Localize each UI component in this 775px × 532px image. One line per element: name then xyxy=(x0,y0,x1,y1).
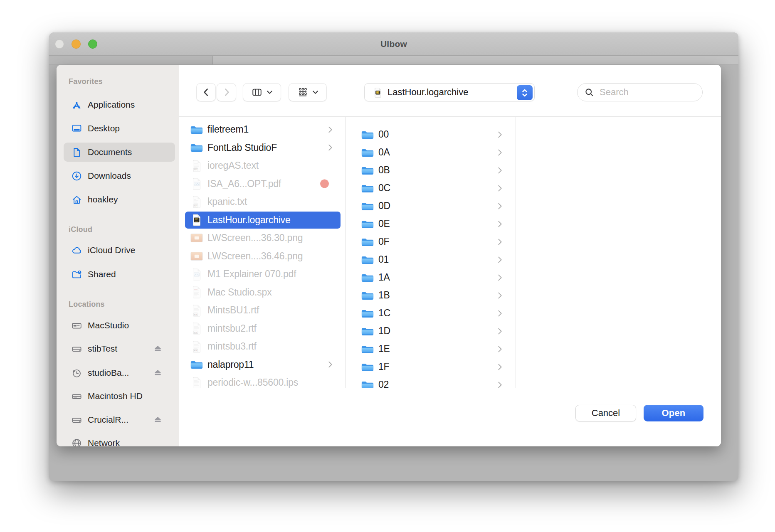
sidebar-section-icloud: iCloud xyxy=(69,225,92,237)
folder-icon xyxy=(360,362,375,372)
column-view-icon xyxy=(251,87,263,98)
file-row: Mac Studio.spx xyxy=(179,283,345,302)
rtf-file-icon: RTF xyxy=(189,322,204,335)
sidebar-item-icloud-drive[interactable]: iCloud Drive xyxy=(64,241,175,260)
shared-folder-icon xyxy=(69,269,84,280)
file-row[interactable]: nalaprop11 xyxy=(179,356,345,374)
chevron-right-icon xyxy=(498,149,502,156)
svg-text:RTF: RTF xyxy=(194,350,197,352)
folder-row[interactable]: 0F xyxy=(346,233,516,251)
app-store-icon xyxy=(69,99,84,111)
dialog-main: LastHour.logarchive filetreem1 xyxy=(179,65,721,446)
folder-row[interactable]: 1A xyxy=(346,268,516,286)
search-input[interactable] xyxy=(599,86,690,98)
file-row[interactable]: filetreem1 xyxy=(179,121,345,139)
file-row: LWScreen....36.46.png xyxy=(179,247,345,266)
sidebar-item-label: iCloud Drive xyxy=(88,245,135,255)
popup-stepper[interactable] xyxy=(517,85,533,100)
folder-icon xyxy=(360,272,375,283)
folder-row[interactable]: 1C xyxy=(346,304,516,322)
cancel-button[interactable]: Cancel xyxy=(575,405,636,421)
titlebar[interactable]: Ulbow xyxy=(49,32,738,56)
chevron-right-icon xyxy=(498,345,502,352)
folder-row[interactable]: 0E xyxy=(346,215,516,233)
folder-name: 01 xyxy=(378,254,389,265)
document-file-icon xyxy=(189,286,204,298)
folder-row[interactable]: 01 xyxy=(346,251,516,268)
folder-name: 1C xyxy=(378,308,390,319)
open-dialog-sheet: Favorites Applications Desktop Documents xyxy=(57,65,721,446)
folder-name: 1A xyxy=(378,272,390,283)
desktop-icon xyxy=(69,123,84,134)
file-row-selected[interactable]: LastHour.logarchive xyxy=(179,211,345,229)
svg-text:TXT: TXT xyxy=(194,169,197,171)
file-row: RTF MintsBU1.rtf xyxy=(179,301,345,320)
external-drive-icon xyxy=(69,414,84,426)
file-name: nalaprop11 xyxy=(207,359,254,370)
folder-name: 00 xyxy=(378,129,389,140)
folder-row[interactable]: 00 xyxy=(346,126,516,143)
sidebar-item-hoakley[interactable]: hoakley xyxy=(64,190,175,209)
chevron-right-icon xyxy=(498,292,502,299)
sidebar-item-desktop[interactable]: Desktop xyxy=(64,119,175,138)
file-name: LWScreen....36.46.png xyxy=(207,251,303,262)
folder-row[interactable]: 02 xyxy=(346,376,516,388)
group-view-icon xyxy=(297,87,309,98)
folder-icon xyxy=(360,147,375,158)
browser-column-2: 00 0A 0B 0C xyxy=(346,117,516,388)
sidebar-item-label: MacStudio xyxy=(88,320,129,330)
folder-row[interactable]: 0C xyxy=(346,179,516,197)
folder-row[interactable]: 1F xyxy=(346,358,516,376)
sidebar-item-label: Applications xyxy=(88,100,135,110)
sidebar-item-label: studioBa... xyxy=(88,368,129,378)
search-field[interactable] xyxy=(577,83,703,101)
sidebar-item-label: stibTest xyxy=(88,344,117,354)
folder-row[interactable]: 0B xyxy=(346,161,516,179)
eject-icon[interactable] xyxy=(153,415,163,425)
sidebar-item-network[interactable]: Network xyxy=(64,433,175,446)
folder-icon xyxy=(360,201,375,212)
folder-row[interactable]: 0D xyxy=(346,197,516,215)
folder-name: 1F xyxy=(378,361,389,372)
sidebar-item-applications[interactable]: Applications xyxy=(64,95,175,114)
sidebar-item-macintosh-hd[interactable]: Macintosh HD xyxy=(64,387,175,406)
sidebar-item-documents[interactable]: Documents xyxy=(64,143,175,162)
window-title: Ulbow xyxy=(49,32,738,56)
folder-row[interactable]: 1B xyxy=(346,286,516,304)
eject-icon[interactable] xyxy=(153,368,163,378)
file-name: periodic-w...85600.ips xyxy=(207,377,298,388)
back-button[interactable] xyxy=(196,83,216,101)
file-name: ISA_A6...OPT.pdf xyxy=(207,178,281,190)
column-view-button[interactable] xyxy=(243,83,281,101)
group-view-button[interactable] xyxy=(289,83,327,101)
chevron-right-icon xyxy=(498,363,502,370)
forward-button[interactable] xyxy=(217,83,236,101)
file-name: filetreem1 xyxy=(207,124,249,135)
folder-row[interactable]: 0A xyxy=(346,143,516,161)
folder-name: 1D xyxy=(378,325,390,337)
chevron-right-icon xyxy=(221,87,232,98)
sidebar-item-studioba[interactable]: studioBa... xyxy=(64,363,175,382)
logarchive-file-icon xyxy=(189,214,204,226)
file-name: mintsbu2.rtf xyxy=(207,323,257,334)
folder-icon xyxy=(360,129,375,140)
open-button[interactable]: Open xyxy=(644,405,703,421)
pdf-file-icon xyxy=(189,268,204,281)
eject-icon[interactable] xyxy=(153,344,163,354)
file-row[interactable]: FontLab StudioF xyxy=(179,139,345,157)
file-name: MintsBU1.rtf xyxy=(207,305,259,316)
sidebar-item-shared[interactable]: Shared xyxy=(64,265,175,284)
rtf-file-icon: RTF xyxy=(189,340,204,353)
folder-row[interactable]: 1E xyxy=(346,340,516,358)
folder-icon xyxy=(360,254,375,265)
sidebar-item-stibtest[interactable]: stibTest xyxy=(64,339,175,358)
sidebar-item-downloads[interactable]: Downloads xyxy=(64,166,175,185)
chevron-right-icon xyxy=(328,126,333,133)
folder-icon xyxy=(189,359,204,370)
sidebar-item-crucialr[interactable]: CrucialR... xyxy=(64,410,175,429)
folder-row[interactable]: 1D xyxy=(346,322,516,340)
sidebar-item-macstudio[interactable]: MacStudio xyxy=(64,316,175,335)
chevron-right-icon xyxy=(498,131,502,138)
document-icon xyxy=(69,147,84,158)
file-format-popup[interactable]: LastHour.logarchive xyxy=(364,83,535,101)
